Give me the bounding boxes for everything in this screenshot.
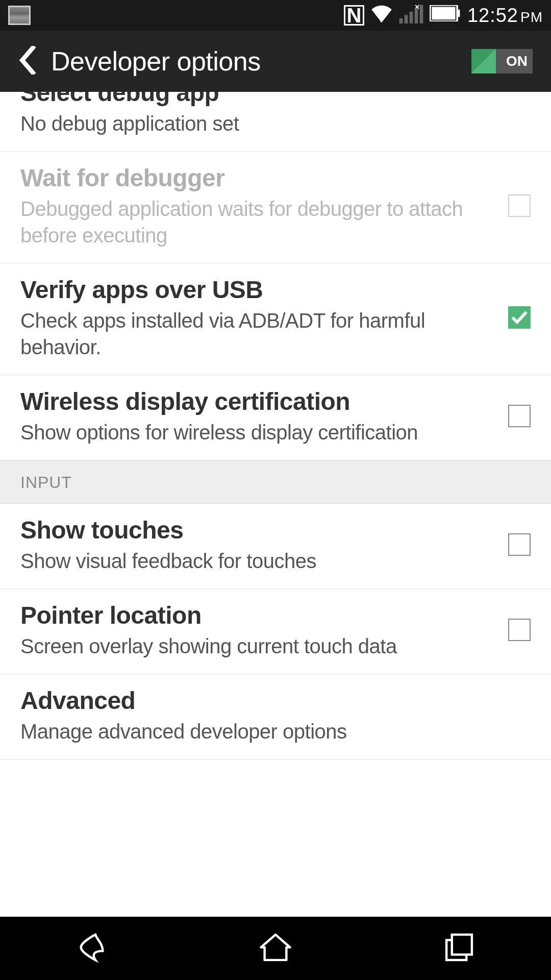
svg-rect-10 [452,935,472,954]
checkbox [508,194,531,217]
status-time: 12:52PM [467,5,543,27]
setting-title: Wireless display certification [20,386,493,417]
signal-icon: × [399,3,423,28]
setting-subtitle: Show options for wireless display certif… [20,419,493,446]
nfc-icon: N [344,5,364,26]
nav-recent-button[interactable] [441,931,478,966]
setting-title: Verify apps over USB [20,275,493,305]
setting-subtitle: No debug application set [20,110,531,137]
checkbox[interactable] [508,619,531,641]
svg-rect-5 [420,5,423,23]
setting-advanced[interactable]: Advanced Manage advanced developer optio… [0,674,551,760]
action-bar: Developer options ON [0,31,551,92]
section-header-input: INPUT [0,460,551,504]
setting-verify-apps-usb[interactable]: Verify apps over USB Check apps installe… [0,263,551,375]
setting-wait-for-debugger: Wait for debugger Debugged application w… [0,152,551,263]
toggle-on-indicator [471,49,496,74]
status-bar: N × 12:52PM [0,0,551,31]
setting-subtitle: Debugged application waits for debugger … [20,195,493,249]
setting-show-touches[interactable]: Show touches Show visual feedback for to… [0,504,551,589]
svg-rect-4 [415,8,418,23]
setting-subtitle: Check apps installed via ADB/ADT for har… [20,307,493,360]
setting-title: Advanced [20,685,531,716]
setting-wireless-display-cert[interactable]: Wireless display certification Show opti… [0,375,551,460]
nav-home-button[interactable] [257,931,294,966]
checkbox[interactable] [508,306,531,329]
widget-icon [8,6,31,25]
wifi-icon [370,4,393,27]
toggle-label: ON [506,53,528,69]
nav-back-button[interactable] [73,931,110,966]
master-toggle[interactable]: ON [471,49,533,74]
setting-subtitle: Manage advanced developer options [20,718,531,745]
setting-subtitle: Screen overlay showing current touch dat… [20,633,493,659]
checkbox[interactable] [508,533,531,556]
action-bar-left[interactable]: Developer options [18,46,261,77]
navigation-bar [0,917,551,980]
page-title: Developer options [51,46,261,77]
svg-rect-7 [432,7,455,20]
svg-rect-2 [405,15,408,23]
setting-pointer-location[interactable]: Pointer location Screen overlay showing … [0,589,551,674]
setting-title: Select debug app [20,92,531,108]
setting-title: Show touches [20,515,493,546]
svg-rect-1 [399,18,403,23]
section-header-label: INPUT [20,473,531,492]
battery-icon [430,5,461,26]
status-left [8,6,31,25]
settings-list[interactable]: Select debug app No debug application se… [0,92,551,917]
setting-title: Wait for debugger [20,163,493,193]
checkbox[interactable] [508,405,531,427]
back-icon[interactable] [18,46,37,77]
status-right: N × 12:52PM [344,3,543,28]
svg-rect-3 [410,11,413,23]
setting-subtitle: Show visual feedback for touches [20,548,493,574]
setting-select-debug-app[interactable]: Select debug app No debug application se… [0,92,551,152]
setting-title: Pointer location [20,600,493,631]
svg-rect-8 [457,10,460,17]
